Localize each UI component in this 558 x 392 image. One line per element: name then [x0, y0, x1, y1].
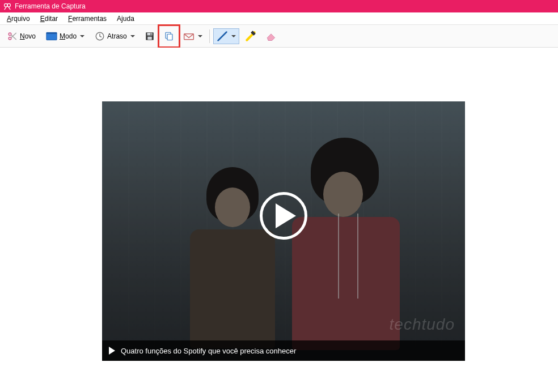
save-button[interactable]: [141, 28, 158, 44]
new-button-label: Novo: [20, 32, 36, 40]
chevron-down-icon: [231, 35, 236, 37]
watermark: techtudo: [390, 316, 455, 334]
svg-rect-8: [147, 33, 152, 36]
menu-tools[interactable]: Ferramentas: [64, 14, 111, 24]
chevron-down-icon: [130, 35, 135, 37]
titlebar: Ferramenta de Captura: [0, 0, 558, 12]
play-icon: [276, 203, 296, 228]
menu-edit[interactable]: Editar: [36, 14, 62, 24]
delay-button[interactable]: Atraso: [91, 28, 139, 44]
mode-button-label: Modo: [60, 32, 77, 40]
eraser-button[interactable]: [262, 28, 280, 44]
play-icon: [109, 347, 115, 355]
menubar: Arquivo Editar Ferramentas Ajuda: [0, 12, 558, 25]
eraser-icon: [265, 32, 277, 41]
menu-help[interactable]: Ajuda: [112, 14, 139, 24]
rectangle-icon: [46, 32, 57, 41]
highlighter-icon: [245, 31, 256, 42]
save-icon: [145, 31, 155, 41]
captured-image: techtudo Quatro funções do Spotify que v…: [102, 101, 465, 361]
delay-button-label: Atraso: [107, 32, 127, 40]
video-caption-bar[interactable]: Quatro funções do Spotify que você preci…: [102, 340, 465, 361]
mode-button[interactable]: Modo: [42, 28, 88, 44]
highlighter-button[interactable]: [242, 28, 260, 44]
copy-button[interactable]: [160, 28, 177, 44]
capture-canvas: techtudo Quatro funções do Spotify que v…: [0, 48, 558, 392]
window-title: Ferramenta de Captura: [15, 2, 86, 10]
play-button[interactable]: [260, 192, 307, 240]
svg-rect-12: [167, 34, 172, 40]
svg-rect-10: [150, 33, 151, 35]
menu-file[interactable]: Arquivo: [2, 14, 35, 24]
svg-rect-9: [147, 36, 152, 39]
chevron-down-icon: [80, 35, 84, 37]
video-caption-text: Quatro funções do Spotify que você preci…: [121, 347, 296, 355]
toolbar-separator: [209, 29, 210, 43]
new-button[interactable]: Novo: [3, 28, 40, 44]
toolbar: Novo Modo Atraso: [0, 25, 558, 48]
app-icon: [3, 2, 11, 10]
clock-icon: [95, 31, 105, 41]
pen-button[interactable]: [213, 28, 239, 44]
mail-icon: [183, 32, 195, 41]
pen-icon: [217, 31, 228, 42]
scissors-icon: [7, 31, 18, 41]
svg-rect-5: [46, 32, 57, 34]
chevron-down-icon: [198, 35, 202, 37]
send-button[interactable]: [180, 28, 206, 44]
copy-icon: [164, 31, 174, 41]
